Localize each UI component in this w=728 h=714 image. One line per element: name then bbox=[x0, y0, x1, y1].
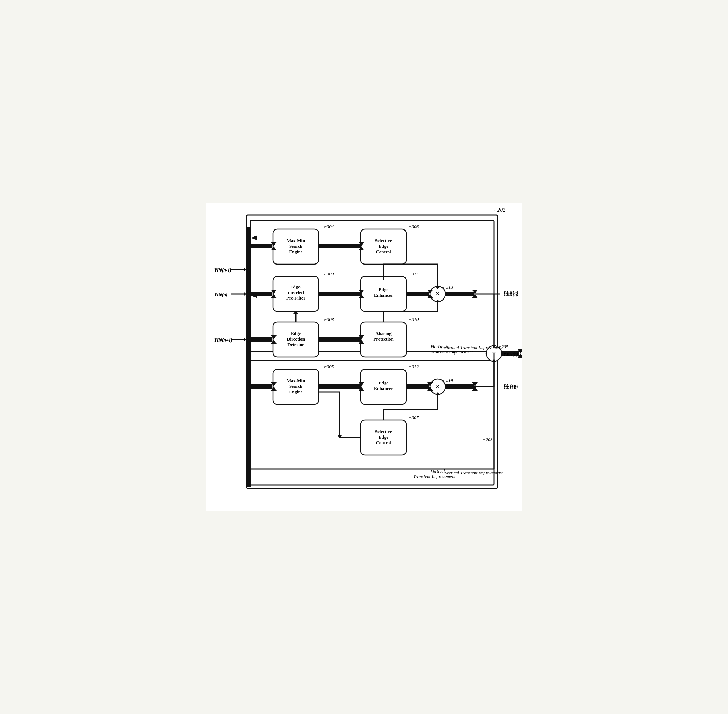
svg-marker-88 bbox=[359, 294, 364, 298]
svg-marker-125 bbox=[427, 382, 433, 386]
svg-rect-117 bbox=[319, 384, 360, 388]
svg-text:⌐308: ⌐308 bbox=[324, 317, 334, 322]
svg-text:⌐310: ⌐310 bbox=[409, 317, 419, 322]
svg-text:Direction: Direction bbox=[287, 336, 305, 342]
svg-marker-130 bbox=[435, 392, 440, 395]
svg-text:⌐307: ⌐307 bbox=[409, 415, 419, 420]
svg-rect-2 bbox=[250, 360, 494, 485]
svg-marker-82 bbox=[359, 246, 364, 250]
svg-marker-115 bbox=[271, 382, 277, 386]
signal-yen-n: YEN(n) bbox=[504, 351, 518, 357]
svg-text:Search: Search bbox=[289, 243, 302, 249]
svg-text:Enhancer: Enhancer bbox=[374, 292, 393, 298]
svg-rect-18 bbox=[273, 322, 319, 357]
svg-marker-122 bbox=[337, 435, 342, 438]
svg-text:⌐203: ⌐203 bbox=[483, 437, 493, 442]
svg-rect-11 bbox=[273, 276, 319, 312]
section-horizontal: Horizontal Transient Improvement bbox=[439, 344, 502, 351]
svg-rect-0 bbox=[247, 215, 497, 488]
svg-marker-99 bbox=[427, 294, 433, 298]
svg-rect-108 bbox=[445, 292, 474, 296]
svg-rect-131 bbox=[445, 384, 474, 388]
svg-text:⌐304: ⌐304 bbox=[324, 224, 334, 229]
svg-marker-93 bbox=[359, 335, 364, 339]
svg-rect-34 bbox=[361, 420, 406, 455]
svg-text:⌐313: ⌐313 bbox=[443, 285, 453, 290]
svg-text:Edge: Edge bbox=[290, 331, 300, 336]
svg-marker-109 bbox=[472, 290, 478, 294]
svg-text:Enhancer: Enhancer bbox=[374, 386, 393, 391]
svg-rect-124 bbox=[406, 384, 429, 388]
svg-text:⌐306: ⌐306 bbox=[409, 224, 419, 229]
svg-text:Detector: Detector bbox=[287, 342, 304, 347]
svg-text:Edge: Edge bbox=[378, 287, 388, 292]
svg-rect-22 bbox=[361, 322, 406, 357]
svg-text:⌐314: ⌐314 bbox=[443, 377, 453, 382]
svg-text:⌐309: ⌐309 bbox=[324, 271, 334, 276]
svg-rect-89 bbox=[251, 338, 272, 342]
svg-text:Edge: Edge bbox=[378, 434, 388, 440]
svg-rect-83 bbox=[251, 292, 272, 296]
svg-text:×: × bbox=[436, 382, 439, 390]
svg-text:⌐202: ⌐202 bbox=[494, 207, 505, 213]
svg-marker-79 bbox=[271, 246, 277, 250]
svg-text:Edge-: Edge- bbox=[290, 284, 301, 290]
svg-rect-80 bbox=[319, 244, 360, 248]
svg-marker-85 bbox=[271, 294, 277, 298]
svg-point-25 bbox=[430, 286, 445, 302]
svg-rect-69 bbox=[246, 360, 251, 487]
svg-text:Selective: Selective bbox=[375, 429, 392, 434]
svg-rect-15 bbox=[361, 276, 406, 312]
svg-text:Search: Search bbox=[289, 384, 302, 389]
svg-marker-126 bbox=[427, 386, 433, 391]
svg-rect-27 bbox=[273, 369, 319, 404]
svg-marker-78 bbox=[271, 242, 277, 246]
svg-text:Engine: Engine bbox=[289, 389, 302, 394]
svg-marker-74 bbox=[244, 292, 246, 296]
svg-marker-118 bbox=[359, 382, 364, 386]
signal-yev-n: YEV(n) bbox=[504, 384, 518, 390]
svg-text:Protection: Protection bbox=[373, 336, 394, 342]
svg-marker-90 bbox=[271, 335, 277, 339]
svg-marker-110 bbox=[472, 294, 478, 298]
svg-text:Control: Control bbox=[376, 249, 391, 254]
svg-marker-76 bbox=[244, 338, 246, 341]
svg-text:Max-Min: Max-Min bbox=[286, 378, 305, 383]
svg-rect-3 bbox=[273, 229, 319, 264]
svg-rect-92 bbox=[319, 338, 360, 342]
svg-text:Max-Min: Max-Min bbox=[286, 238, 305, 243]
svg-marker-94 bbox=[359, 339, 364, 344]
svg-marker-119 bbox=[359, 386, 364, 391]
svg-text:directed: directed bbox=[288, 290, 304, 295]
diagram-container: Max-Min Search Engine Selective Edge Con… bbox=[206, 203, 522, 511]
svg-text:Control: Control bbox=[376, 440, 391, 445]
svg-text:×: × bbox=[436, 290, 439, 297]
svg-rect-1 bbox=[250, 220, 494, 352]
svg-marker-87 bbox=[359, 290, 364, 294]
svg-marker-68 bbox=[251, 293, 257, 298]
svg-rect-66 bbox=[246, 227, 251, 360]
signal-yin-n1-plus: YIN(n+1) bbox=[214, 338, 232, 343]
svg-marker-116 bbox=[271, 386, 277, 391]
svg-rect-77 bbox=[251, 244, 272, 248]
svg-text:⌐305: ⌐305 bbox=[324, 364, 334, 369]
svg-marker-72 bbox=[244, 268, 246, 271]
svg-marker-133 bbox=[472, 386, 478, 391]
svg-rect-86 bbox=[319, 292, 360, 296]
svg-text:Vertical: Vertical bbox=[431, 468, 445, 474]
svg-rect-114 bbox=[251, 384, 272, 388]
svg-text:Edge: Edge bbox=[378, 380, 388, 386]
svg-rect-97 bbox=[406, 292, 429, 296]
svg-marker-81 bbox=[359, 242, 364, 246]
signal-yin-n1: YIN(n-1) bbox=[214, 268, 231, 273]
signal-yeh-n: YEH(n) bbox=[504, 291, 519, 297]
svg-rect-31 bbox=[361, 369, 406, 404]
svg-marker-136 bbox=[492, 359, 496, 362]
svg-text:Pre-Filter: Pre-Filter bbox=[286, 296, 305, 301]
svg-marker-103 bbox=[435, 286, 440, 289]
svg-marker-70 bbox=[251, 384, 257, 389]
svg-text:Aliasing: Aliasing bbox=[375, 331, 391, 336]
svg-marker-96 bbox=[293, 311, 298, 314]
svg-text:Edge: Edge bbox=[378, 243, 388, 249]
svg-text:Selective: Selective bbox=[375, 238, 392, 243]
